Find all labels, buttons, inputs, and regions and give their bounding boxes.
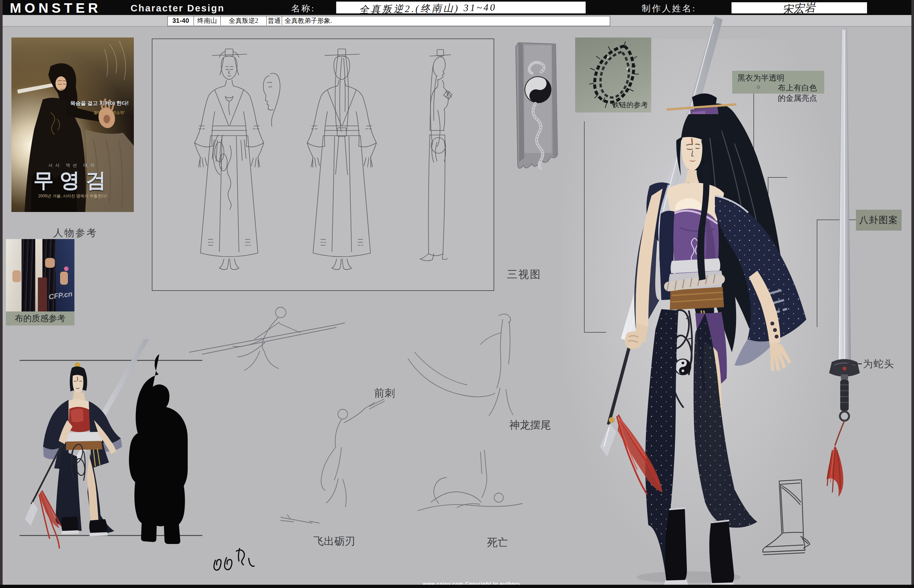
cloth-note-line1: 黑衣为半透明 bbox=[737, 73, 784, 83]
photo-flower bbox=[64, 267, 68, 271]
brand-title: MONSTER bbox=[10, 0, 101, 16]
scale-comparison-art bbox=[13, 339, 254, 580]
author-label: 制作人姓名: bbox=[642, 3, 696, 15]
connector-bagua-v bbox=[817, 220, 817, 327]
three-views-label: 三视图 bbox=[507, 267, 541, 282]
fabric-reference-photo: CFP.cn bbox=[6, 239, 75, 312]
poster-release-line: 2005년 겨울, 사라진 명예가 부활한다! bbox=[11, 194, 134, 199]
sketch-death bbox=[418, 450, 522, 511]
pose-label-death: 死亡 bbox=[487, 535, 508, 550]
photo-hand-center bbox=[45, 258, 55, 268]
bagua-label-box: 八卦图案 bbox=[856, 210, 902, 231]
turnaround-line-art bbox=[152, 39, 494, 290]
frame-left bbox=[0, 0, 3, 588]
scale-silhouette bbox=[129, 354, 188, 544]
artist-signature bbox=[214, 549, 254, 570]
photo-hand-right bbox=[60, 271, 68, 285]
frame-right bbox=[911, 0, 914, 588]
cloth-note-bullet: ○ bbox=[756, 83, 760, 90]
pose-label-stab: 前刺 bbox=[374, 386, 395, 401]
cloth-note-line2: 布上有白色的金属亮点 bbox=[778, 82, 824, 103]
photo-maroon-robe bbox=[38, 278, 47, 312]
author-field: 宋宏岩 bbox=[731, 2, 867, 14]
character-design-sheet: MONSTER Character Design 名称: 全真叛逆2.(终南山)… bbox=[0, 0, 914, 588]
pose-label-fly-blade: 飞出砺刃 bbox=[313, 534, 355, 549]
sketch-fly-blade bbox=[281, 399, 384, 523]
name-handwritten-value: 全真叛逆2.(终南山) 31~40 bbox=[359, 1, 497, 16]
fabric-reference-label: 布的质感参考 bbox=[6, 312, 75, 325]
meta-cell-location: 终南山 bbox=[194, 16, 220, 25]
poster-subtagline: 절대 고수 '연소하' bbox=[59, 110, 125, 115]
boot-sketch bbox=[759, 475, 819, 561]
sketch-dragon-tail bbox=[408, 314, 513, 415]
meta-row: 31-40 终南山 全真叛逆2 普通 全真教弟子形象. bbox=[167, 16, 610, 26]
snake-head-pointer bbox=[848, 363, 862, 364]
name-field: 全真叛逆2.(终南山) 31~40 bbox=[336, 1, 586, 14]
movie-poster-reference: 목숨을 걸고 지켜야 한다! 절대 고수 '연소하' 서사 액션 대작 무영검 … bbox=[11, 37, 134, 212]
meta-cell-grade: 普通 bbox=[267, 16, 282, 25]
meta-cell-range: 31-40 bbox=[168, 16, 194, 25]
photo-hand-left bbox=[12, 270, 21, 282]
brand-subtitle: Character Design bbox=[131, 3, 225, 14]
meta-cell-name: 全真叛逆2 bbox=[220, 16, 267, 25]
name-label: 名称: bbox=[291, 3, 315, 15]
cloth-note-box: 黑衣为半透明 ○ 布上有白色的金属亮点 bbox=[732, 71, 824, 94]
pose-label-dragon-tail: 神龙摆尾 bbox=[509, 418, 551, 433]
poster-tagline: 목숨을 걸고 지켜야 한다! bbox=[58, 100, 129, 107]
snake-sword-art bbox=[823, 26, 885, 506]
turnaround-panel bbox=[152, 39, 494, 291]
poster-title: 무영검 bbox=[11, 166, 134, 194]
snake-head-label: 为蛇头 bbox=[863, 357, 895, 371]
frame-bottom bbox=[0, 585, 914, 588]
person-reference-label: 人物参考 bbox=[53, 226, 97, 240]
